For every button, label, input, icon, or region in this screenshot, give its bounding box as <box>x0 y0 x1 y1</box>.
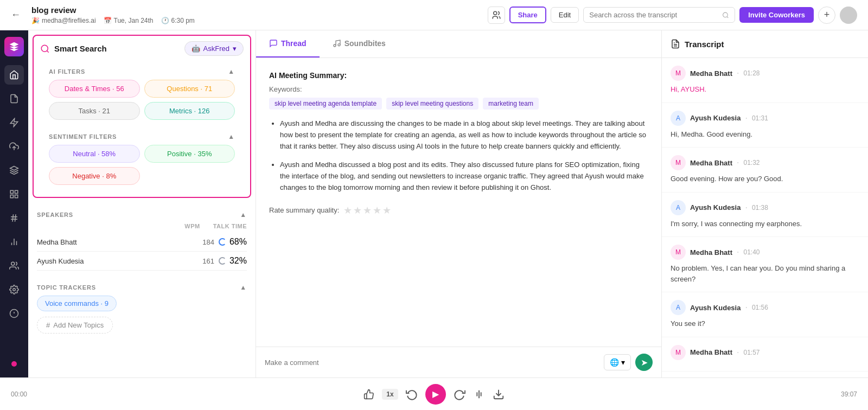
sidebar-item-hash[interactable] <box>4 208 24 228</box>
askfred-button[interactable]: 🤖 AskFred ▾ <box>184 41 244 56</box>
entry-meta-5: M Medha Bhatt · 01:40 <box>671 245 859 260</box>
avatar <box>840 7 857 24</box>
speaker-talk-pct-medha: 68% <box>229 237 247 247</box>
meta-time: 🕐 6:30 pm <box>161 17 195 24</box>
smart-search-header: Smart Search 🤖 AskFred ▾ <box>40 41 244 56</box>
stars-rating[interactable]: ★★★★★ <box>343 204 392 216</box>
topbar-meta: 🎉 medha@fireflies.ai 📅 Tue, Jan 24th 🕐 6… <box>31 17 481 24</box>
sentiment-filters-grid: Neutral · 58% Positive · 35% Negative · … <box>40 145 244 191</box>
filter-positive[interactable]: Positive · 35% <box>144 145 235 163</box>
topic-pill-voice[interactable]: Voice commands · 9 <box>37 296 117 311</box>
talk-circle-ayush <box>219 257 226 265</box>
comment-actions: 🌐 ▾ ➤ <box>604 354 653 371</box>
ai-filters-chevron[interactable]: ▲ <box>228 68 235 75</box>
entry-text-4: I'm sorry, I was connecting my earphones… <box>671 219 859 229</box>
avatar-ayush-4: A <box>671 200 686 215</box>
dropdown-arrow-icon: ▾ <box>621 358 625 367</box>
speakers-chevron[interactable]: ▲ <box>240 211 247 219</box>
add-button[interactable]: + <box>818 7 835 24</box>
sidebar-item-layers[interactable] <box>4 161 24 180</box>
topic-trackers-title: TOPIC TRACKERS ▲ <box>28 277 256 296</box>
svg-rect-9 <box>15 195 18 198</box>
entry-text-1: Hi, AYUSH. <box>671 84 859 95</box>
meta-user: 🎉 medha@fireflies.ai <box>31 17 96 24</box>
speakers-section-title: SPEAKERS ▲ <box>28 202 256 223</box>
chevron-down-icon: ▾ <box>233 44 237 53</box>
filter-dates-times[interactable]: Dates & Times · 56 <box>49 80 140 98</box>
forward-button[interactable] <box>454 388 465 400</box>
calendar-icon: 📅 <box>104 17 112 24</box>
svg-point-25 <box>338 44 340 46</box>
add-topics-button[interactable]: # Add New Topics <box>37 317 113 334</box>
notification-dot <box>11 361 17 367</box>
share-button[interactable]: Share <box>509 7 546 23</box>
topic-trackers-section: Voice commands · 9 # Add New Topics <box>28 296 256 342</box>
topic-trackers-chevron[interactable]: ▲ <box>240 284 247 291</box>
entry-text-6: You see it? <box>671 318 859 329</box>
tab-thread[interactable]: Thread <box>256 30 320 57</box>
entry-meta-3: M Medha Bhatt · 01:32 <box>671 155 859 170</box>
ai-filters-section-title: AI FILTERS ▲ <box>40 61 244 80</box>
avatar-ayush-6: A <box>671 300 686 315</box>
entry-text-3: Good evening. How are you? Good. <box>671 174 859 184</box>
comment-input[interactable] <box>265 358 598 367</box>
download-button[interactable] <box>493 388 505 400</box>
summary-bullet-2: Ayush and Medha discussed a blog post an… <box>280 159 648 193</box>
entry-meta-4: A Ayush Kudesia · 01:38 <box>671 200 859 215</box>
speaker-row-medha: Medha Bhatt 184 68% <box>37 233 247 252</box>
send-button[interactable]: ➤ <box>635 354 653 371</box>
transcript-entry-2: A Ayush Kudesia · 01:31 Hi, Medha. Good … <box>662 103 868 148</box>
edit-button[interactable]: Edit <box>551 7 579 23</box>
comment-bar: 🌐 ▾ ➤ <box>256 347 661 377</box>
speakers-section: WPM TALK TIME Medha Bhatt 184 68% Ayush … <box>28 223 256 277</box>
sidebar-item-chart[interactable] <box>4 232 24 252</box>
tabs-row: Thread Soundbites <box>256 30 661 58</box>
player-controls: 1x ▶ <box>43 384 825 405</box>
sentiment-chevron[interactable]: ▲ <box>228 133 235 140</box>
waveform-button[interactable] <box>473 388 485 400</box>
svg-point-0 <box>493 11 496 15</box>
coworkers-button[interactable] <box>488 7 505 24</box>
globe-button[interactable]: 🌐 ▾ <box>604 354 631 370</box>
svg-marker-5 <box>10 166 18 171</box>
svg-point-22 <box>41 45 48 52</box>
svg-line-23 <box>47 50 48 52</box>
sidebar-item-upload[interactable] <box>4 137 24 156</box>
thread-content: AI Meeting Summary: Keywords: skip level… <box>256 58 661 347</box>
sidebar-item-docs[interactable] <box>4 89 24 108</box>
speakers-header-row: WPM TALK TIME <box>37 223 247 233</box>
play-button[interactable]: ▶ <box>425 384 446 405</box>
emoji-icon: 🎉 <box>31 17 40 24</box>
filter-questions[interactable]: Questions · 71 <box>144 80 235 98</box>
sidebar-item-users[interactable] <box>4 256 24 276</box>
entry-time-5: 01:40 <box>743 248 760 256</box>
sidebar-item-lightning[interactable] <box>4 113 24 132</box>
sidebar-item-settings[interactable] <box>4 280 24 299</box>
rewind-button[interactable] <box>406 388 418 400</box>
speed-badge[interactable]: 1x <box>382 389 398 400</box>
like-button[interactable] <box>363 389 374 400</box>
sidebar-item-grid[interactable] <box>4 184 24 204</box>
talk-circle-medha <box>219 238 226 246</box>
transcript-entry-3: M Medha Bhatt · 01:32 Good evening. How … <box>662 148 868 193</box>
transcript-search[interactable] <box>583 7 735 23</box>
main-layout: Smart Search 🤖 AskFred ▾ AI FILTERS ▲ Da… <box>0 30 868 377</box>
speaker-wpm-medha: 184 <box>193 238 214 246</box>
logo <box>4 37 24 56</box>
back-button[interactable]: ← <box>11 9 21 21</box>
invite-button[interactable]: Invite Coworkers <box>739 7 814 23</box>
svg-point-24 <box>334 44 336 47</box>
smart-search-title: Smart Search <box>40 44 107 54</box>
sidebar-item-home[interactable] <box>4 65 24 85</box>
summary-bullet-1: Ayush and Medha are discussing the chang… <box>280 118 648 152</box>
filter-negative[interactable]: Negative · 8% <box>49 167 140 185</box>
filter-metrics[interactable]: Metrics · 126 <box>144 102 235 120</box>
transcript-entry-4: A Ayush Kudesia · 01:38 I'm sorry, I was… <box>662 193 868 238</box>
sidebar-item-info[interactable] <box>4 304 24 323</box>
avatar-medha-5: M <box>671 245 686 260</box>
search-input[interactable] <box>589 11 719 19</box>
filter-tasks[interactable]: Tasks · 21 <box>49 102 140 120</box>
filter-neutral[interactable]: Neutral · 58% <box>49 145 140 163</box>
tab-soundbites[interactable]: Soundbites <box>320 30 399 57</box>
topbar-actions: Share Edit Invite Coworkers + <box>488 7 857 24</box>
